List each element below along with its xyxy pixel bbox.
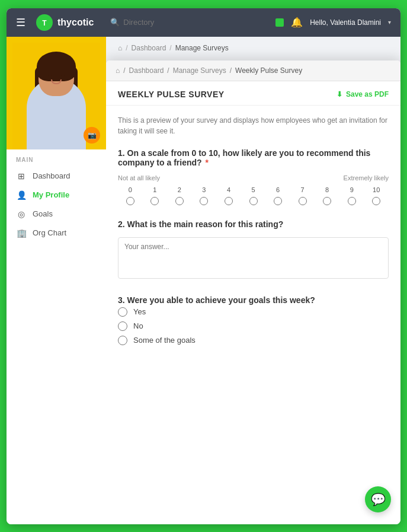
overlay-breadcrumb: ⌂ / Dashboard / Manage Surveys / Weekly … [106, 60, 400, 81]
scale-num-9: 9 [339, 186, 364, 193]
sidebar-item-org-chart[interactable]: 🏢 Org Chart [7, 224, 106, 243]
sidebar-item-label: Dashboard [33, 171, 70, 180]
sidebar-avatar-section: 📷 [7, 37, 106, 149]
scale-radio-5[interactable] [241, 197, 266, 205]
topbar-logo: T thycotic [35, 13, 94, 32]
question-2: 2. What is the main reason for this rati… [118, 219, 389, 281]
sidebar-nav: ⊞ Dashboard 👤 My Profile ◎ Goals 🏢 Org C… [7, 167, 106, 243]
save-as-pdf-button[interactable]: ⬇ Save as PDF [337, 90, 389, 98]
overlay-body: This is a preview of your survey and dis… [106, 106, 400, 524]
scale-radio-7[interactable] [290, 197, 315, 205]
dashboard-icon: ⊞ [16, 171, 27, 181]
scale-numbers: 0 1 2 3 4 5 6 7 8 9 10 [118, 186, 389, 193]
question-1-number: 1. [118, 148, 125, 158]
sidebar-main-label: MAIN [7, 149, 106, 167]
question-3-number: 3. [118, 295, 125, 305]
scale-num-1: 1 [143, 186, 168, 193]
answer-textarea[interactable] [118, 237, 389, 279]
breadcrumb-current: Manage Surveys [175, 44, 229, 52]
sidebar-item-my-profile[interactable]: 👤 My Profile [7, 186, 106, 205]
topbar-right: 🔔 Hello, Valentia Dlamini ▾ [275, 17, 391, 28]
download-icon: ⬇ [337, 90, 342, 98]
profile-icon: 👤 [16, 190, 27, 200]
menu-icon[interactable]: ☰ [16, 16, 25, 29]
overlay-panel: ⌂ / Dashboard / Manage Surveys / Weekly … [106, 60, 400, 524]
home-icon: ⌂ [118, 44, 122, 52]
camera-badge[interactable]: 📷 [84, 127, 100, 144]
sidebar-item-label: My Profile [33, 190, 69, 199]
scale-section: Not at all likely Extremely likely 0 1 2… [118, 174, 389, 205]
question-3-text: Were you able to achieve your goals this… [127, 295, 315, 305]
radio-option-yes-label: Yes [133, 307, 146, 316]
topbar-username: Hello, Valentia Dlamini [310, 18, 381, 27]
radio-option-no[interactable]: No [118, 321, 389, 331]
chat-icon: 💬 [371, 492, 386, 506]
scale-radio-10[interactable] [364, 197, 389, 205]
overlay-header: WEEKLY PULSE SURVEY ⬇ Save as PDF [106, 81, 400, 106]
search-icon: 🔍 [110, 18, 120, 27]
scale-radio-4[interactable] [216, 197, 241, 205]
content-area: ⌂ / Dashboard / Manage Surveys ACTIVE CO… [106, 37, 400, 524]
main-layout: 📷 MAIN ⊞ Dashboard 👤 My Profile ◎ Goals … [7, 37, 400, 524]
scale-radio-6[interactable] [265, 197, 290, 205]
question-1-label: 1. On a scale from 0 to 10, how likely a… [118, 148, 389, 167]
chat-bubble-button[interactable]: 💬 [365, 486, 391, 512]
sidebar-item-goals[interactable]: ◎ Goals [7, 205, 106, 224]
sidebar-item-label: Goals [33, 209, 53, 218]
question-3: 3. Were you able to achieve your goals t… [118, 295, 389, 345]
scale-num-7: 7 [290, 186, 315, 193]
sidebar-item-dashboard[interactable]: ⊞ Dashboard [7, 167, 106, 186]
overlay-breadcrumb-sep2: / [167, 66, 169, 75]
scale-num-4: 4 [216, 186, 241, 193]
question-2-number: 2. [118, 219, 125, 229]
scale-labels-row: Not at all likely Extremely likely [118, 174, 389, 181]
scale-radio-2[interactable] [167, 197, 192, 205]
question-2-label: 2. What is the main reason for this rati… [118, 219, 389, 229]
user-menu-chevron[interactable]: ▾ [388, 19, 391, 26]
status-indicator [275, 18, 284, 27]
breadcrumb: ⌂ / Dashboard / Manage Surveys [118, 44, 389, 52]
radio-option-yes[interactable]: Yes [118, 307, 389, 317]
question-3-label: 3. Were you able to achieve your goals t… [118, 295, 389, 305]
search-input[interactable] [123, 18, 223, 27]
overlay-breadcrumb-dashboard[interactable]: Dashboard [129, 66, 164, 75]
preview-description: This is a preview of your survey and dis… [118, 115, 389, 136]
topbar-logo-text: thycotic [57, 17, 94, 28]
bell-icon[interactable]: 🔔 [291, 17, 303, 28]
required-star: * [205, 158, 208, 167]
scale-radio-1[interactable] [143, 197, 168, 205]
scale-radio-8[interactable] [315, 197, 339, 205]
save-pdf-label: Save as PDF [346, 90, 389, 98]
overlay-breadcrumb-sep3: / [230, 66, 232, 75]
scale-label-right: Extremely likely [344, 174, 389, 181]
thycotic-logo-icon: T [35, 13, 54, 32]
scale-num-10: 10 [364, 186, 389, 193]
scale-num-8: 8 [315, 186, 339, 193]
overlay-breadcrumb-current: Weekly Pulse Survey [235, 66, 302, 75]
breadcrumb-sep2: / [169, 44, 171, 52]
overlay-breadcrumb-manage-surveys[interactable]: Manage Surveys [173, 66, 226, 75]
scale-label-left: Not at all likely [118, 174, 160, 181]
topbar-search: 🔍 [110, 18, 268, 27]
question-1-text: On a scale from 0 to 10, how likely are … [118, 148, 370, 167]
org-chart-icon: 🏢 [16, 228, 27, 238]
radio-option-some-label: Some of the goals [133, 336, 196, 345]
breadcrumb-dashboard[interactable]: Dashboard [132, 44, 166, 52]
sidebar-item-label: Org Chart [33, 228, 66, 237]
scale-num-0: 0 [118, 186, 143, 193]
scale-radio-0[interactable] [118, 197, 143, 205]
overlay-title: WEEKLY PULSE SURVEY [118, 90, 225, 99]
scale-radio-3[interactable] [192, 197, 217, 205]
home-icon: ⌂ [116, 66, 120, 75]
goals-icon: ◎ [16, 209, 27, 219]
radio-option-some[interactable]: Some of the goals [118, 336, 389, 345]
question-1: 1. On a scale from 0 to 10, how likely a… [118, 148, 389, 205]
sidebar: 📷 MAIN ⊞ Dashboard 👤 My Profile ◎ Goals … [7, 37, 106, 524]
scale-radio-9[interactable] [339, 197, 364, 205]
topbar: ☰ T thycotic 🔍 🔔 Hello, Valentia Dlamini… [7, 8, 400, 37]
radio-some[interactable] [118, 336, 127, 345]
radio-no[interactable] [118, 321, 127, 331]
scale-radios [118, 197, 389, 205]
radio-yes[interactable] [118, 307, 127, 317]
scale-num-2: 2 [167, 186, 192, 193]
